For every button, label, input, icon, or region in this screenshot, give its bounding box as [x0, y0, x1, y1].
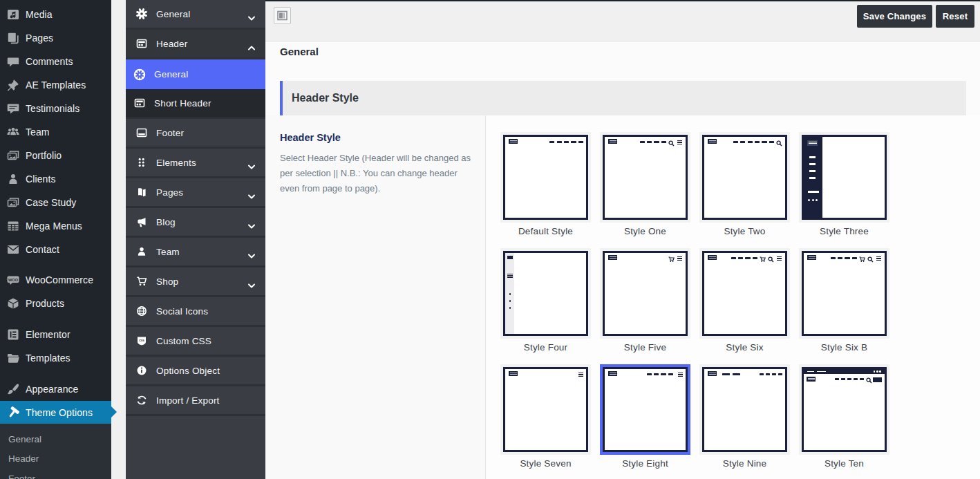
svg-text:WOO: WOO	[8, 278, 19, 282]
svg-text:css: css	[139, 339, 144, 342]
